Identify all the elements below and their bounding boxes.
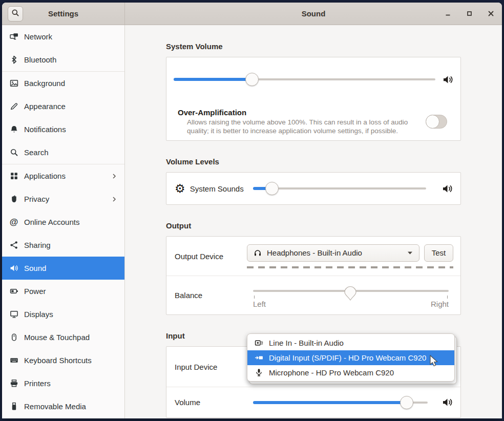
output-device-value: Headphones - Built-in Audio xyxy=(267,248,362,257)
sidebar-item-label: Printers xyxy=(24,379,51,388)
bluetooth-icon xyxy=(9,55,18,65)
menu-item-microphone[interactable]: Microphone - HD Pro Webcam C920 xyxy=(247,365,454,380)
battery-icon xyxy=(9,287,18,296)
applications-icon xyxy=(9,172,18,181)
sidebar-item-label: Displays xyxy=(24,310,53,319)
printer-icon xyxy=(9,379,18,388)
menu-item-label: Microphone - HD Pro Webcam C920 xyxy=(269,368,394,377)
speaker-volume-icon xyxy=(443,74,453,85)
headphones-icon xyxy=(254,249,262,257)
close-button[interactable] xyxy=(487,10,495,18)
sidebar-item-sharing[interactable]: Sharing xyxy=(2,234,124,257)
sidebar-item-bluetooth[interactable]: Bluetooth xyxy=(2,48,124,71)
sidebar-item-keyboard-shortcuts[interactable]: Keyboard Shortcuts xyxy=(2,349,124,372)
sidebar-item-background[interactable]: Background xyxy=(2,72,124,95)
sidebar-item-sound[interactable]: Sound xyxy=(2,257,124,280)
system-volume-card: Over-Amplification Allows raising the vo… xyxy=(166,57,461,141)
microphone-icon xyxy=(254,368,263,377)
appearance-icon xyxy=(9,102,18,111)
sidebar-item-mouse-touchpad[interactable]: Mouse & Touchpad xyxy=(2,326,124,349)
minimize-button[interactable] xyxy=(444,10,452,18)
input-volume-label: Volume xyxy=(175,398,253,407)
output-card: Output Device Headphones - Built-in Audi… xyxy=(166,236,461,315)
menu-item-digital-input[interactable]: Digital Input (S/PDIF) - HD Pro Webcam C… xyxy=(247,350,454,365)
slider-handle[interactable] xyxy=(400,396,413,409)
sidebar-item-power[interactable]: Power xyxy=(2,280,124,303)
sidebar-item-printers[interactable]: Printers xyxy=(2,372,124,395)
headerbar-left: Settings xyxy=(2,3,125,25)
over-amplification-toggle[interactable] xyxy=(426,115,447,129)
input-device-label: Input Device xyxy=(175,363,253,371)
menu-item-line-in[interactable]: Line In - Built-in Audio xyxy=(247,335,454,350)
search-button[interactable] xyxy=(8,6,23,22)
privacy-icon xyxy=(9,195,18,204)
output-device-dropdown[interactable]: Headphones - Built-in Audio xyxy=(247,244,419,262)
system-volume-heading: System Volume xyxy=(166,41,461,52)
mouse-cursor xyxy=(428,355,440,368)
balance-left-label: Left xyxy=(253,300,266,308)
sidebar-item-notifications[interactable]: Notifications xyxy=(2,118,124,141)
sidebar-item-network[interactable]: Network xyxy=(2,25,124,48)
over-amplification-title: Over-Amplification xyxy=(178,108,409,117)
sidebar-item-label: Appearance xyxy=(24,102,66,111)
sidebar-item-appearance[interactable]: Appearance xyxy=(2,95,124,118)
display-icon xyxy=(9,310,18,319)
speaker-volume-icon xyxy=(442,397,453,408)
search-icon xyxy=(11,9,19,19)
sidebar-item-label: Sound xyxy=(24,264,46,272)
balance-tick-right xyxy=(447,296,448,299)
balance-label: Balance xyxy=(175,291,253,300)
line-in-icon xyxy=(254,339,263,347)
at-icon: @ xyxy=(9,218,18,227)
network-icon xyxy=(9,32,18,41)
system-sounds-slider[interactable] xyxy=(253,182,426,195)
sidebar-item-online-accounts[interactable]: @ Online Accounts xyxy=(2,210,124,234)
usb-icon xyxy=(9,402,18,411)
sidebar-item-removable-media[interactable]: Removable Media xyxy=(2,395,124,418)
input-volume-slider[interactable] xyxy=(253,396,428,409)
balance-right-label: Right xyxy=(431,300,449,308)
sidebar-item-label: Background xyxy=(24,79,65,88)
window-controls xyxy=(444,3,495,25)
chevron-right-icon xyxy=(111,196,117,202)
sidebar: Network Bluetooth Background Appeara xyxy=(2,25,125,418)
sidebar-item-label: Keyboard Shortcuts xyxy=(24,356,92,365)
gear-icon: ⚙ xyxy=(175,183,185,195)
slider-handle[interactable] xyxy=(245,73,259,86)
sidebar-item-search[interactable]: Search xyxy=(2,141,124,164)
sidebar-item-label: Power xyxy=(24,287,46,296)
sidebar-item-applications[interactable]: Applications xyxy=(2,164,124,187)
dropdown-caret-icon xyxy=(407,251,413,255)
sidebar-item-label: Search xyxy=(24,148,49,157)
balance-slider[interactable] xyxy=(253,284,449,298)
sidebar-item-label: Bluetooth xyxy=(24,55,56,64)
test-button[interactable]: Test xyxy=(424,244,453,262)
keyboard-icon xyxy=(9,356,18,365)
sidebar-item-label: Notifications xyxy=(24,125,66,134)
sidebar-item-displays[interactable]: Displays xyxy=(2,303,124,326)
output-device-label: Output Device xyxy=(175,252,247,261)
menu-item-label: Digital Input (S/PDIF) - HD Pro Webcam C… xyxy=(269,353,426,362)
sidebar-item-label: Privacy xyxy=(24,195,49,203)
system-sounds-label: System Sounds xyxy=(190,184,244,193)
headerbar-right: Sound xyxy=(125,3,502,25)
output-level-meter xyxy=(247,266,453,268)
bell-icon xyxy=(9,125,18,134)
search-icon xyxy=(9,148,18,157)
over-amplification-description: Allows raising the volume above 100%. Th… xyxy=(178,118,409,135)
slider-handle[interactable] xyxy=(265,182,279,195)
speaker-volume-icon xyxy=(442,183,453,194)
sidebar-item-label: Mouse & Touchpad xyxy=(24,333,90,342)
sidebar-item-label: Online Accounts xyxy=(24,218,79,226)
digital-input-icon xyxy=(254,353,263,362)
sidebar-item-privacy[interactable]: Privacy xyxy=(2,187,124,210)
input-device-menu: Line In - Built-in Audio Digital Input (… xyxy=(247,333,455,382)
speaker-icon xyxy=(9,264,18,273)
maximize-button[interactable] xyxy=(465,10,473,18)
background-icon xyxy=(9,79,18,88)
toggle-knob xyxy=(426,115,439,129)
volume-levels-heading: Volume Levels xyxy=(166,157,461,167)
menu-item-label: Line In - Built-in Audio xyxy=(269,339,344,347)
balance-handle[interactable] xyxy=(344,286,357,301)
system-volume-slider[interactable] xyxy=(174,73,435,86)
